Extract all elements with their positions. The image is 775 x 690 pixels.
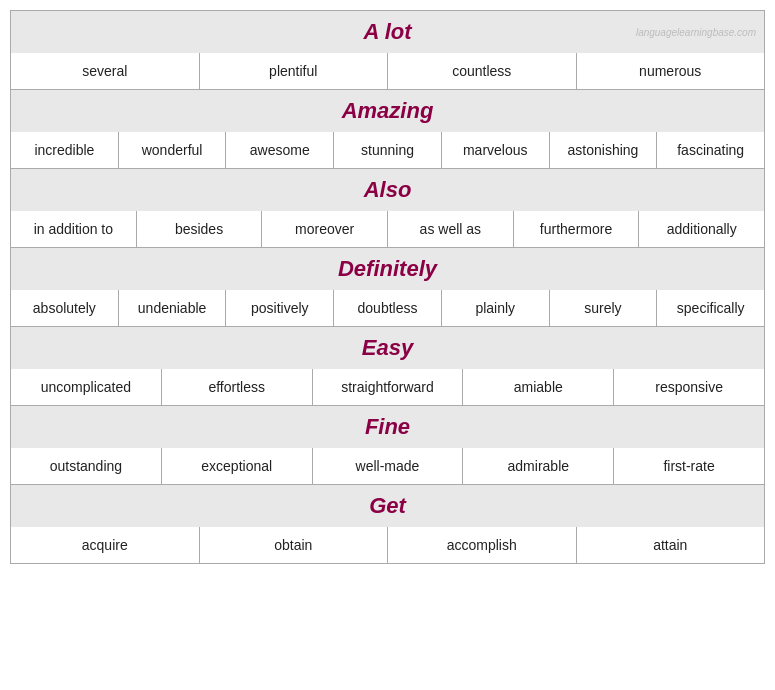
section-title-amazing: Amazing xyxy=(342,98,434,123)
section-definitely: Definitelyabsolutelyundeniablepositively… xyxy=(11,248,764,327)
word-cell: responsive xyxy=(614,369,764,405)
main-container: A lotlanguagelearningbase.comseveralplen… xyxy=(10,10,765,564)
section-header-fine: Fine xyxy=(11,406,764,448)
section-title-definitely: Definitely xyxy=(338,256,437,281)
word-cell: undeniable xyxy=(119,290,227,326)
words-row-get: acquireobtainaccomplishattain xyxy=(11,527,764,563)
section-header-a-lot: A lotlanguagelearningbase.com xyxy=(11,11,764,53)
section-header-easy: Easy xyxy=(11,327,764,369)
words-row-definitely: absolutelyundeniablepositivelydoubtlessp… xyxy=(11,290,764,326)
section-fine: Fineoutstandingexceptionalwell-madeadmir… xyxy=(11,406,764,485)
word-cell: incredible xyxy=(11,132,119,168)
section-header-definitely: Definitely xyxy=(11,248,764,290)
section-a-lot: A lotlanguagelearningbase.comseveralplen… xyxy=(11,11,764,90)
word-cell: admirable xyxy=(463,448,614,484)
word-cell: as well as xyxy=(388,211,514,247)
word-cell: wonderful xyxy=(119,132,227,168)
word-cell: positively xyxy=(226,290,334,326)
word-cell: marvelous xyxy=(442,132,550,168)
word-cell: plentiful xyxy=(200,53,389,89)
word-cell: outstanding xyxy=(11,448,162,484)
word-cell: astonishing xyxy=(550,132,658,168)
word-cell: in addition to xyxy=(11,211,137,247)
section-title-get: Get xyxy=(369,493,406,518)
section-also: Alsoin addition tobesidesmoreoveras well… xyxy=(11,169,764,248)
word-cell: acquire xyxy=(11,527,200,563)
word-cell: besides xyxy=(137,211,263,247)
words-row-also: in addition tobesidesmoreoveras well asf… xyxy=(11,211,764,247)
word-cell: effortless xyxy=(162,369,313,405)
word-cell: plainly xyxy=(442,290,550,326)
word-cell: well-made xyxy=(313,448,464,484)
word-cell: amiable xyxy=(463,369,614,405)
word-cell: awesome xyxy=(226,132,334,168)
section-title-a-lot: A lot xyxy=(363,19,411,44)
word-cell: numerous xyxy=(577,53,765,89)
word-cell: several xyxy=(11,53,200,89)
section-title-easy: Easy xyxy=(362,335,413,360)
word-cell: fascinating xyxy=(657,132,764,168)
section-title-fine: Fine xyxy=(365,414,410,439)
word-cell: first-rate xyxy=(614,448,764,484)
section-get: Getacquireobtainaccomplishattain xyxy=(11,485,764,563)
word-cell: countless xyxy=(388,53,577,89)
word-cell: additionally xyxy=(639,211,764,247)
section-header-also: Also xyxy=(11,169,764,211)
word-cell: stunning xyxy=(334,132,442,168)
word-cell: furthermore xyxy=(514,211,640,247)
section-header-get: Get xyxy=(11,485,764,527)
word-cell: specifically xyxy=(657,290,764,326)
word-cell: moreover xyxy=(262,211,388,247)
word-cell: uncomplicated xyxy=(11,369,162,405)
words-row-fine: outstandingexceptionalwell-madeadmirable… xyxy=(11,448,764,484)
word-cell: accomplish xyxy=(388,527,577,563)
section-header-amazing: Amazing xyxy=(11,90,764,132)
section-amazing: Amazingincrediblewonderfulawesomestunnin… xyxy=(11,90,764,169)
words-row-a-lot: severalplentifulcountlessnumerous xyxy=(11,53,764,89)
words-row-amazing: incrediblewonderfulawesomestunningmarvel… xyxy=(11,132,764,168)
word-cell: doubtless xyxy=(334,290,442,326)
word-cell: attain xyxy=(577,527,765,563)
word-cell: absolutely xyxy=(11,290,119,326)
words-row-easy: uncomplicatedeffortlessstraightforwardam… xyxy=(11,369,764,405)
word-cell: straightforward xyxy=(313,369,464,405)
word-cell: surely xyxy=(550,290,658,326)
section-easy: Easyuncomplicatedeffortlessstraightforwa… xyxy=(11,327,764,406)
word-cell: exceptional xyxy=(162,448,313,484)
watermark: languagelearningbase.com xyxy=(636,27,756,38)
word-cell: obtain xyxy=(200,527,389,563)
section-title-also: Also xyxy=(364,177,412,202)
